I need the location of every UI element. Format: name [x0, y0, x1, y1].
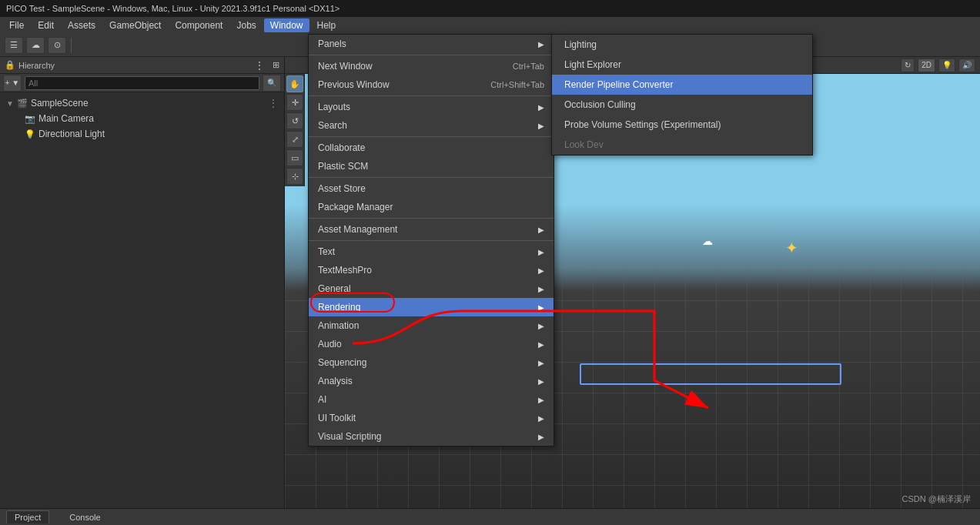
submenu-probe-volume[interactable]: Probe Volume Settings (Experimental)	[552, 115, 812, 135]
menu-bar: File Edit Assets GameObject Component Jo…	[0, 17, 980, 34]
rect-tool[interactable]: ▭	[286, 149, 303, 166]
hierarchy-header: 🔒 Hierarchy ⋮ ⊞	[0, 57, 284, 74]
menu-edit[interactable]: Edit	[32, 18, 60, 32]
scene-arrow: ▼	[6, 99, 14, 108]
menu-item-prev-window[interactable]: Previous Window Ctrl+Shift+Tab	[309, 75, 554, 94]
menu-item-package-manager[interactable]: Package Manager	[309, 198, 554, 216]
menu-item-analysis[interactable]: Analysis ▶	[309, 372, 554, 390]
prev-window-shortcut: Ctrl+Shift+Tab	[490, 80, 544, 89]
account-btn[interactable]: ☰	[5, 37, 23, 54]
menu-item-textmeshpro[interactable]: TextMeshPro ▶	[309, 261, 554, 279]
cloud-btn[interactable]: ☁	[26, 37, 45, 54]
rotate-icon[interactable]: ↻	[901, 59, 915, 72]
menu-help[interactable]: Help	[311, 18, 343, 32]
submenu-light-explorer[interactable]: Light Explorer	[552, 55, 812, 75]
add-hierarchy-btn[interactable]: + ▼	[3, 75, 22, 92]
directional-light-item[interactable]: 💡 Directional Light	[0, 126, 284, 142]
transform-tool[interactable]: ⊹	[286, 168, 303, 185]
hierarchy-search[interactable]	[25, 76, 259, 90]
menu-item-visual-scripting[interactable]: Visual Scripting ▶	[309, 427, 554, 446]
scene-options[interactable]: ⋮	[269, 98, 278, 109]
lighting-toggle[interactable]: 💡	[938, 59, 955, 72]
menu-gameobject[interactable]: GameObject	[103, 18, 167, 32]
visual-scripting-label: Visual Scripting	[318, 431, 382, 442]
ai-label: AI	[318, 394, 326, 405]
bottom-bar: Project Console	[0, 508, 980, 525]
menu-assets[interactable]: Assets	[62, 18, 102, 32]
sep1	[309, 55, 554, 55]
menu-file[interactable]: File	[3, 18, 30, 32]
submenu-render-pipeline-converter[interactable]: Render Pipeline Converter	[552, 75, 812, 95]
sun-gizmo: ✦	[785, 239, 798, 257]
move-tool[interactable]: ✛	[286, 94, 303, 111]
menu-item-asset-management[interactable]: Asset Management ▶	[309, 220, 554, 239]
next-window-label: Next Window	[318, 61, 373, 72]
prev-window-label: Previous Window	[318, 79, 390, 90]
sep6	[309, 240, 554, 241]
ui-toolkit-label: UI Toolkit	[318, 413, 356, 423]
menu-item-next-window[interactable]: Next Window Ctrl+Tab	[309, 57, 554, 75]
submenu-look-dev: Look Dev	[552, 135, 812, 155]
sep2	[309, 95, 554, 96]
left-tools: ✋ ✛ ↺ ⤢ ▭ ⊹	[285, 74, 305, 186]
title-bar: PICO Test - SampleScene - Windows, Mac, …	[0, 0, 980, 17]
toolbar-sep1	[71, 38, 72, 53]
general-arrow: ▶	[538, 285, 544, 293]
audio-arrow: ▶	[538, 340, 544, 349]
plastic-label: Plastic SCM	[318, 161, 368, 172]
probe-volume-label: Probe Volume Settings (Experimental)	[564, 119, 721, 130]
animation-label: Animation	[318, 320, 359, 331]
hierarchy-lock-icon[interactable]: 🔒	[5, 60, 15, 70]
rotate-tool[interactable]: ↺	[286, 112, 303, 129]
scene-tree: ▼ 🎬 SampleScene ⋮ 📷 Main Camera 💡 Direct…	[0, 92, 284, 145]
menu-item-ui-toolkit[interactable]: UI Toolkit ▶	[309, 409, 554, 427]
menu-item-audio[interactable]: Audio ▶	[309, 335, 554, 353]
main-camera-item[interactable]: 📷 Main Camera	[0, 111, 284, 126]
rendering-arrow: ▶	[538, 303, 544, 312]
menu-item-rendering[interactable]: Rendering ▶	[309, 298, 554, 316]
asset-management-label: Asset Management	[318, 224, 397, 235]
render-pipeline-converter-label: Render Pipeline Converter	[564, 79, 673, 90]
menu-item-collaborate[interactable]: Collaborate	[309, 139, 554, 157]
collaborate-label: Collaborate	[318, 142, 365, 153]
hand-tool[interactable]: ✋	[286, 75, 303, 92]
sequencing-label: Sequencing	[318, 357, 366, 368]
text-arrow: ▶	[538, 248, 544, 256]
scene-name: SampleScene	[31, 98, 89, 109]
submenu-occlusion-culling[interactable]: Occlusion Culling	[552, 95, 812, 115]
submenu-lighting[interactable]: Lighting	[552, 35, 812, 55]
scale-tool[interactable]: ⤢	[286, 131, 303, 148]
menu-item-panels[interactable]: Panels ▶	[309, 35, 554, 53]
search-arrow: ▶	[538, 122, 544, 130]
hierarchy-grid-icon[interactable]: ⊞	[273, 60, 279, 70]
project-tab[interactable]: Project	[6, 510, 49, 523]
menu-item-search[interactable]: Search ▶	[309, 116, 554, 135]
lighting-label: Lighting	[564, 39, 597, 50]
settings-btn[interactable]: ⊙	[48, 37, 66, 54]
hierarchy-options-icon[interactable]: ⋮	[254, 59, 265, 72]
menu-item-text[interactable]: Text ▶	[309, 242, 554, 261]
menu-window[interactable]: Window	[264, 18, 309, 32]
menu-item-sequencing[interactable]: Sequencing ▶	[309, 353, 554, 372]
panels-label: Panels	[318, 38, 346, 49]
light-explorer-label: Light Explorer	[564, 59, 621, 70]
2d-button[interactable]: 2D	[918, 59, 935, 72]
console-tab[interactable]: Console	[62, 511, 108, 523]
hierarchy-search-btn[interactable]: 🔍	[263, 75, 281, 92]
menu-component[interactable]: Component	[169, 18, 229, 32]
sequencing-arrow: ▶	[538, 359, 544, 367]
menu-item-asset-store[interactable]: Asset Store	[309, 179, 554, 198]
menu-item-ai[interactable]: AI ▶	[309, 390, 554, 409]
menu-item-animation[interactable]: Animation ▶	[309, 316, 554, 335]
menu-item-general[interactable]: General ▶	[309, 279, 554, 298]
menu-item-plastic[interactable]: Plastic SCM	[309, 157, 554, 176]
sep3	[309, 136, 554, 137]
title-text: PICO Test - SampleScene - Windows, Mac, …	[6, 4, 339, 13]
asset-mgmt-arrow: ▶	[538, 226, 544, 234]
rendering-submenu: Lighting Light Explorer Render Pipeline …	[551, 34, 813, 155]
menu-jobs[interactable]: Jobs	[230, 18, 262, 32]
scene-root[interactable]: ▼ 🎬 SampleScene ⋮	[0, 95, 284, 111]
visual-scripting-arrow: ▶	[538, 433, 544, 441]
audio-toggle[interactable]: 🔊	[958, 59, 975, 72]
menu-item-layouts[interactable]: Layouts ▶	[309, 98, 554, 116]
